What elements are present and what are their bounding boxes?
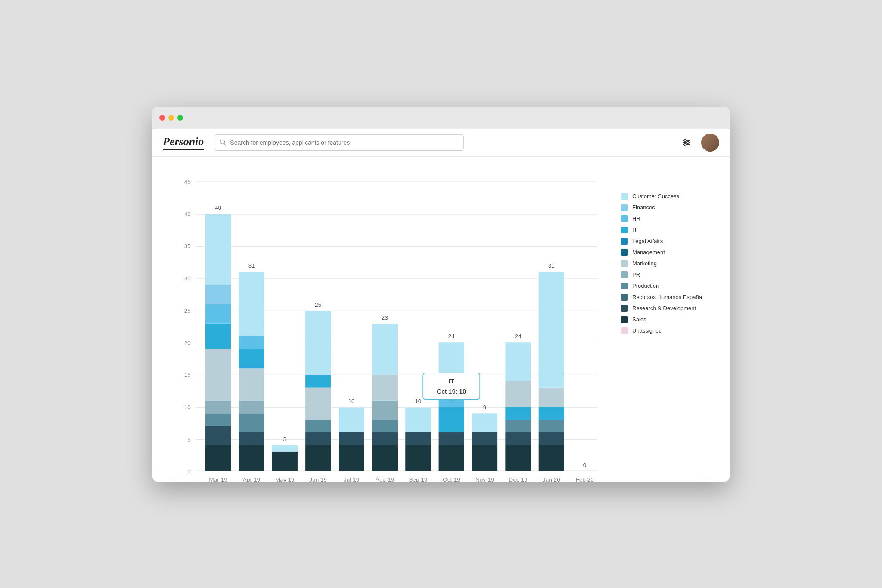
maximize-button[interactable] [177, 115, 183, 121]
svg-rect-62 [339, 432, 364, 445]
nav-right [679, 134, 719, 152]
svg-text:May 19: May 19 [275, 476, 295, 482]
svg-rect-74 [405, 445, 431, 471]
svg-text:0: 0 [583, 462, 587, 468]
svg-rect-94 [505, 407, 531, 420]
svg-rect-71 [372, 323, 398, 374]
bar-oct19[interactable]: 24 Oct 19 [439, 333, 464, 482]
bar-mar19[interactable]: 40 Mar 19 [205, 204, 231, 481]
svg-point-5 [684, 140, 686, 142]
bar-may19[interactable]: 3 May 19 [272, 436, 298, 482]
legend-swatch-customer-success [621, 193, 628, 200]
legend-swatch-research-dev [621, 305, 628, 312]
legend-swatch-unassigned [621, 327, 628, 334]
svg-rect-75 [405, 432, 431, 445]
svg-text:45: 45 [184, 178, 191, 185]
svg-text:3: 3 [283, 436, 287, 442]
svg-rect-50 [272, 445, 298, 451]
bar-jul19[interactable]: 10 Jul 19 [339, 398, 364, 482]
svg-text:25: 25 [315, 302, 322, 308]
bar-feb20[interactable]: 0 Feb 20 [575, 462, 594, 482]
bar-nov19[interactable]: 9 Nov 19 [472, 404, 497, 482]
bar-jan20[interactable]: 31 Jan 20 [539, 262, 564, 482]
svg-text:10: 10 [348, 398, 355, 404]
svg-line-1 [224, 144, 226, 146]
svg-rect-81 [439, 407, 464, 432]
bar-chart: 45 40 35 30 25 20 15 10 5 0 [166, 167, 607, 482]
svg-rect-49 [272, 451, 298, 471]
svg-text:Apr 19: Apr 19 [243, 476, 260, 482]
svg-rect-76 [405, 407, 431, 432]
svg-text:20: 20 [184, 340, 191, 346]
svg-text:Jun 19: Jun 19 [309, 476, 327, 482]
legend-item-it: IT [621, 227, 716, 233]
svg-rect-102 [539, 407, 564, 420]
minimize-button[interactable] [168, 115, 174, 121]
svg-rect-70 [372, 374, 398, 400]
svg-rect-46 [239, 272, 264, 336]
filter-button[interactable] [679, 135, 694, 150]
bar-aug19[interactable]: 23 Aug 19 [372, 314, 398, 481]
legend-label-customer-success: Customer Success [632, 193, 679, 199]
svg-rect-45 [239, 336, 264, 349]
svg-rect-44 [239, 349, 264, 368]
legend-label-management: Management [632, 249, 665, 255]
svg-text:15: 15 [184, 371, 191, 378]
svg-rect-93 [505, 420, 531, 432]
filter-icon [681, 137, 692, 148]
search-input[interactable] [230, 139, 458, 146]
svg-rect-103 [539, 387, 564, 407]
svg-rect-41 [239, 413, 264, 432]
legend-swatch-legal-affairs [621, 238, 628, 245]
legend-label-it: IT [632, 227, 637, 233]
bar-sep19[interactable]: 10 Sep 19 [405, 398, 431, 482]
svg-rect-63 [339, 407, 364, 432]
legend-item-sales: Sales [621, 316, 716, 323]
svg-rect-101 [539, 420, 564, 432]
tooltip-oct19-it: IT Oct 19: 10 [423, 373, 480, 404]
svg-rect-53 [305, 445, 331, 471]
svg-text:10: 10 [184, 404, 191, 411]
legend-swatch-production [621, 283, 628, 289]
svg-rect-43 [239, 368, 264, 400]
legend-label-sales: Sales [632, 316, 646, 323]
svg-rect-56 [305, 387, 331, 420]
svg-rect-80 [439, 432, 464, 445]
svg-text:31: 31 [248, 262, 255, 269]
svg-rect-35 [205, 285, 231, 304]
svg-text:Oct 19: Oct 19 [443, 476, 460, 482]
svg-text:9: 9 [483, 404, 487, 411]
svg-text:Mar 19: Mar 19 [209, 476, 227, 482]
svg-text:5: 5 [187, 436, 191, 443]
legend-label-research-dev: Research & Development [632, 305, 696, 311]
navbar: Personio [152, 129, 730, 157]
legend-item-research-dev: Research & Development [621, 305, 716, 312]
svg-rect-92 [505, 432, 531, 445]
bar-apr19[interactable]: 31 Apr 19 [239, 262, 264, 482]
svg-text:25: 25 [184, 307, 191, 314]
search-bar[interactable] [214, 134, 464, 151]
svg-rect-68 [372, 420, 398, 432]
legend-item-production: Production [621, 283, 716, 289]
close-button[interactable] [159, 115, 165, 121]
bar-jun19[interactable]: 25 Jun 19 [305, 302, 331, 482]
svg-rect-33 [205, 323, 231, 349]
svg-rect-95 [505, 381, 531, 407]
svg-rect-99 [539, 445, 564, 471]
svg-rect-86 [472, 445, 497, 471]
svg-rect-104 [539, 272, 564, 387]
svg-text:24: 24 [448, 333, 455, 339]
legend-swatch-it [621, 227, 628, 233]
logo: Personio [163, 135, 204, 150]
titlebar [152, 107, 730, 129]
legend-label-finances: Finances [632, 204, 655, 211]
svg-text:31: 31 [548, 262, 555, 269]
avatar[interactable] [701, 134, 719, 152]
svg-rect-30 [205, 413, 231, 426]
bar-dec19[interactable]: 24 Dec 19 [505, 333, 531, 482]
legend-item-recursos-humanos: Recursos Humanos España [621, 294, 716, 301]
chart-area: 45 40 35 30 25 20 15 10 5 0 [166, 167, 607, 482]
svg-rect-79 [439, 445, 464, 471]
svg-rect-28 [205, 445, 231, 471]
legend-item-legal-affairs: Legal Affairs [621, 238, 716, 245]
